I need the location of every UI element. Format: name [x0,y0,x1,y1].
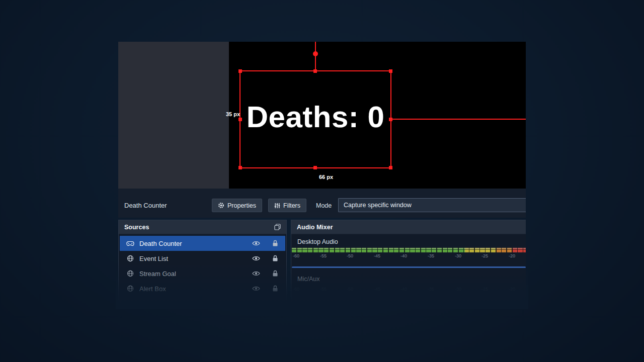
meter-scale-mic: -60 -55 -50 -45 -40 -35 -30 -25 -20 [292,287,526,292]
audio-mixer-header: Audio Mixer [291,220,526,234]
scale-label: -45 [374,287,380,292]
audio-mixer-panel: Audio Mixer Desktop Audio -60 -55 -50 -4… [291,220,526,304]
scale-label: -25 [481,253,488,258]
scale-label: -55 [320,253,327,258]
sources-panel-title: Sources [124,224,149,231]
meter-scale: -60 -55 -50 -45 -40 -35 -30 -25 -20 [292,253,526,259]
scale-label: -35 [428,253,434,258]
source-label: Event List [139,255,247,262]
scale-label: -40 [400,287,407,292]
scene-preview-canvas[interactable]: Deaths: 0 35 px 66 px [229,42,526,189]
globe-icon [126,270,134,277]
lock-icon[interactable] [272,240,278,247]
visibility-eye-icon[interactable] [252,270,260,277]
scale-label: -50 [347,253,353,258]
scale-label: -40 [400,253,407,258]
resize-handle-se[interactable] [389,166,392,169]
capture-mode-select[interactable]: Capture specific window [338,198,526,212]
selection-box[interactable]: Deaths: 0 [239,70,391,168]
filters-button[interactable]: Filters [268,199,306,212]
resize-handle-ne[interactable] [389,69,392,73]
scale-label: -60 [293,287,299,292]
scale-label: -30 [455,253,461,258]
source-label: Alert Box [139,285,247,293]
smart-guide-horizontal [391,119,526,120]
scale-label: -60 [293,253,299,258]
scale-label: -25 [481,287,488,292]
resize-handle-w[interactable] [238,118,242,121]
mode-label: Mode [316,202,332,209]
properties-button-label: Properties [227,202,256,209]
source-row-death-counter[interactable]: Death Counter [120,236,285,251]
duplicate-icon[interactable] [274,224,281,230]
globe-icon [126,285,134,292]
source-label: Stream Goal [139,270,247,278]
resize-handle-nw[interactable] [238,69,242,73]
obs-window: Deaths: 0 35 px 66 px Death Counter [118,42,526,304]
volume-meter [292,249,526,252]
lock-icon[interactable] [272,255,278,262]
preview-margin [118,42,229,189]
scale-label: -50 [347,287,353,292]
visibility-eye-icon[interactable] [252,286,260,292]
lock-icon[interactable] [272,270,278,277]
sources-panel: Sources [118,220,287,303]
lock-icon[interactable] [272,285,278,292]
scale-label: -55 [320,287,327,292]
source-label: Death Counter [139,240,247,247]
sources-panel-header: Sources [119,220,286,234]
resize-handle-sw[interactable] [238,166,242,169]
selected-source-label: Death Counter [124,202,167,209]
death-counter-text: Deaths: 0 [240,71,390,167]
source-row-alert-box[interactable]: Alert Box [120,281,285,296]
distance-label-bottom: 66 px [319,174,333,180]
filters-button-label: Filters [283,202,300,209]
filter-icon [274,203,280,209]
sources-list: Death Counter Event List [119,234,286,298]
volume-slider[interactable] [292,266,526,268]
scale-label: -20 [509,287,515,292]
source-row-stream-goal[interactable]: Stream Goal [120,266,285,281]
gear-icon [218,202,224,209]
gamepad-icon [126,241,134,246]
source-toolbar: Death Counter Properties Filters Mode [118,189,526,218]
desktop-background: Deaths: 0 35 px 66 px Death Counter [0,0,644,362]
resize-handle-n[interactable] [313,69,317,73]
scale-label: -35 [428,287,434,292]
visibility-eye-icon[interactable] [252,255,260,261]
audio-mixer-title: Audio Mixer [297,224,333,231]
visibility-eye-icon[interactable] [252,240,260,246]
properties-button[interactable]: Properties [212,199,262,212]
source-row-event-list[interactable]: Event List [120,251,285,266]
rotation-handle[interactable] [313,51,318,56]
globe-icon [126,255,134,262]
preview-area: Deaths: 0 35 px 66 px [118,42,526,189]
desktop-audio-label: Desktop Audio [297,238,338,245]
resize-handle-s[interactable] [313,166,317,169]
resize-handle-e[interactable] [389,118,392,121]
scale-label: -20 [509,253,515,258]
distance-label-left: 35 px [226,111,240,117]
volume-meter-peak [292,248,526,249]
mic-aux-label: Mic/Aux [297,276,319,283]
scale-label: -45 [374,253,380,258]
capture-mode-value: Capture specific window [344,202,412,209]
scale-label: -30 [455,287,461,292]
